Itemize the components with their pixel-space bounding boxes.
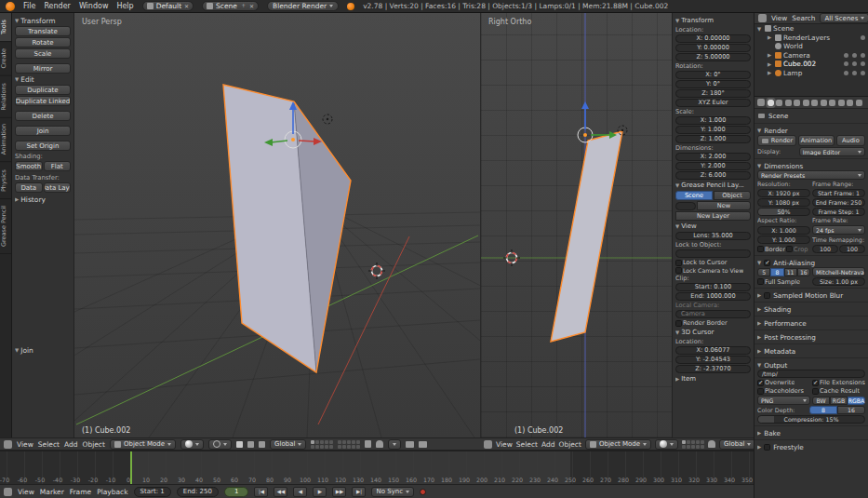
close-icon[interactable]: ✕ bbox=[249, 4, 254, 9]
selectability-icon[interactable] bbox=[852, 71, 857, 75]
render-restrict-icon[interactable] bbox=[861, 53, 865, 58]
location-x-field[interactable]: X: 0.00000 bbox=[675, 34, 751, 43]
end-frame-field[interactable]: End Frame: 250 bbox=[812, 198, 865, 207]
color-mode-rgb-button[interactable]: RGB bbox=[830, 397, 848, 405]
render-presets-dropdown[interactable]: Render Presets bbox=[757, 170, 865, 180]
layer-dot[interactable] bbox=[338, 440, 341, 444]
panel-header-3d-cursor[interactable]: ▼3D Cursor bbox=[675, 328, 751, 337]
tab-grease-pencil[interactable]: Grease Pencil bbox=[0, 199, 11, 254]
panel-header-output[interactable]: ▼Output bbox=[757, 360, 865, 370]
panel-header-metadata[interactable]: ▶Metadata bbox=[757, 346, 865, 356]
panel-header-edit[interactable]: ▼Edit bbox=[15, 74, 71, 84]
aa-size-field[interactable]: Size: 1.00 px bbox=[812, 277, 865, 286]
lock-object-picker[interactable] bbox=[675, 249, 751, 258]
orientation-dropdown[interactable]: Global bbox=[719, 439, 754, 450]
render-engine-selector[interactable]: Blender Render bbox=[267, 1, 339, 11]
rotation-y-field[interactable]: Y: 0° bbox=[675, 80, 751, 88]
timeline-view-menu[interactable]: View bbox=[18, 488, 34, 496]
blender-logo-icon[interactable] bbox=[6, 2, 15, 11]
resolution-percentage-field[interactable]: 50% bbox=[757, 208, 810, 216]
tab-animation[interactable]: Animation bbox=[0, 117, 11, 162]
freestyle-checkbox[interactable] bbox=[764, 444, 770, 451]
cursor-x-field[interactable]: X: 0.06077 bbox=[675, 346, 751, 355]
panel-header-dimensions[interactable]: ▼Dimensions bbox=[757, 161, 865, 170]
timeline-marker-menu[interactable]: Marker bbox=[40, 488, 64, 496]
scale-button[interactable]: Scale bbox=[15, 48, 71, 59]
tab-object-icon[interactable] bbox=[803, 100, 809, 106]
record-button[interactable] bbox=[420, 489, 426, 495]
panel-header-render[interactable]: ▼Render bbox=[757, 126, 865, 135]
visibility-eye-icon[interactable] bbox=[844, 71, 848, 75]
prev-keyframe-button[interactable]: ◀◀ bbox=[274, 487, 287, 497]
outliner-row-renderlayers[interactable]: ▶ RenderLayers bbox=[754, 34, 868, 43]
manipulator-scale-toggle[interactable] bbox=[259, 441, 265, 448]
transform-manipulator[interactable] bbox=[578, 101, 617, 142]
duplicate-linked-button[interactable]: Duplicate Linked bbox=[15, 96, 71, 106]
menu-file[interactable]: File bbox=[23, 2, 35, 10]
select-menu[interactable]: Select bbox=[38, 440, 60, 449]
sync-dropdown[interactable]: No Sync bbox=[371, 487, 414, 497]
motion-blur-checkbox[interactable] bbox=[764, 292, 770, 299]
layer-dot[interactable] bbox=[682, 445, 686, 449]
overwrite-checkbox[interactable] bbox=[757, 380, 764, 386]
fps-dropdown[interactable]: 24 fps bbox=[812, 225, 865, 235]
mode-dropdown[interactable]: Object Mode bbox=[585, 439, 651, 450]
layer-dot[interactable] bbox=[347, 445, 351, 449]
expand-arrow-icon[interactable]: ▶ bbox=[768, 34, 773, 40]
dimensions-y-field[interactable]: Y: 2.000 bbox=[675, 162, 751, 170]
outliner-search-menu[interactable]: Search bbox=[792, 14, 815, 22]
collapse-arrow-icon[interactable]: ▼ bbox=[757, 26, 763, 32]
aa-samples-8-button[interactable]: 8 bbox=[770, 268, 783, 276]
editor-3dview-icon[interactable] bbox=[4, 440, 12, 449]
panel-header-anti-aliasing[interactable]: ▼Anti-Aliasing bbox=[757, 258, 865, 267]
resolution-y-field[interactable]: Y: 1080 px bbox=[757, 198, 810, 207]
layer-dot[interactable] bbox=[356, 440, 360, 444]
menu-help[interactable]: Help bbox=[116, 2, 133, 10]
object-cube-mesh[interactable] bbox=[551, 131, 622, 342]
layer-dot[interactable] bbox=[342, 445, 346, 449]
play-button[interactable]: ▶ bbox=[313, 487, 327, 497]
browse-layouts-icon[interactable] bbox=[147, 3, 154, 9]
tab-tools[interactable]: Tools bbox=[0, 13, 11, 42]
data-layout-transfer-button[interactable]: Data Layo bbox=[44, 182, 72, 193]
layer-dot[interactable] bbox=[325, 440, 328, 444]
clip-end-field[interactable]: End: 1000.000 bbox=[675, 292, 751, 301]
shade-flat-button[interactable]: Flat bbox=[44, 161, 72, 171]
render-border-checkbox[interactable] bbox=[675, 320, 682, 327]
play-reverse-button[interactable]: ◀ bbox=[293, 487, 307, 497]
duplicate-button[interactable]: Duplicate bbox=[15, 85, 71, 95]
outliner-row-lamp[interactable]: ▶ Lamp bbox=[754, 69, 868, 78]
tab-modifiers-icon[interactable] bbox=[811, 100, 818, 106]
placeholders-checkbox[interactable] bbox=[757, 388, 764, 395]
panel-header-item[interactable]: ▶Item bbox=[675, 374, 751, 384]
add-menu[interactable]: Add bbox=[64, 440, 78, 449]
gp-source-object-toggle[interactable]: Object bbox=[714, 191, 751, 200]
expand-arrow-icon[interactable]: ▶ bbox=[768, 70, 773, 75]
gp-source-scene-toggle[interactable]: Scene bbox=[675, 191, 713, 200]
gp-data-block-field[interactable] bbox=[675, 202, 696, 210]
cursor-y-field[interactable]: Y: -2.04543 bbox=[675, 356, 751, 364]
output-path-field[interactable]: /tmp/ bbox=[757, 370, 865, 378]
aa-samples-11-button[interactable]: 11 bbox=[784, 268, 797, 276]
panel-header-motion-blur[interactable]: ▶Sampled Motion Blur bbox=[757, 290, 865, 300]
lamp-object[interactable] bbox=[323, 114, 332, 124]
gp-new-button[interactable]: New bbox=[697, 201, 751, 210]
select-menu[interactable]: Select bbox=[516, 440, 538, 449]
selectability-icon[interactable] bbox=[852, 53, 857, 58]
panel-header-freestyle[interactable]: ▶Freestyle bbox=[757, 442, 865, 451]
panel-header-view[interactable]: ▼View bbox=[675, 222, 751, 231]
object-menu[interactable]: Object bbox=[558, 440, 581, 449]
compression-slider[interactable]: Compression: 15% bbox=[757, 415, 865, 424]
border-checkbox[interactable] bbox=[757, 246, 764, 252]
layer-dot[interactable] bbox=[315, 440, 319, 444]
tab-material-icon[interactable] bbox=[829, 100, 835, 106]
object-menu[interactable]: Object bbox=[82, 440, 104, 449]
opengl-render-icon[interactable] bbox=[406, 441, 414, 448]
tab-render-layers-icon[interactable] bbox=[776, 100, 782, 106]
lock-to-cursor-checkbox[interactable] bbox=[675, 260, 682, 266]
scale-x-field[interactable]: X: 1.000 bbox=[675, 116, 751, 125]
outliner-row-cube[interactable]: ▶ Cube.002 bbox=[754, 60, 868, 69]
viewport-shading-dropdown[interactable] bbox=[180, 439, 204, 450]
tab-world-icon[interactable] bbox=[794, 100, 800, 106]
tab-texture-icon[interactable] bbox=[838, 100, 845, 106]
